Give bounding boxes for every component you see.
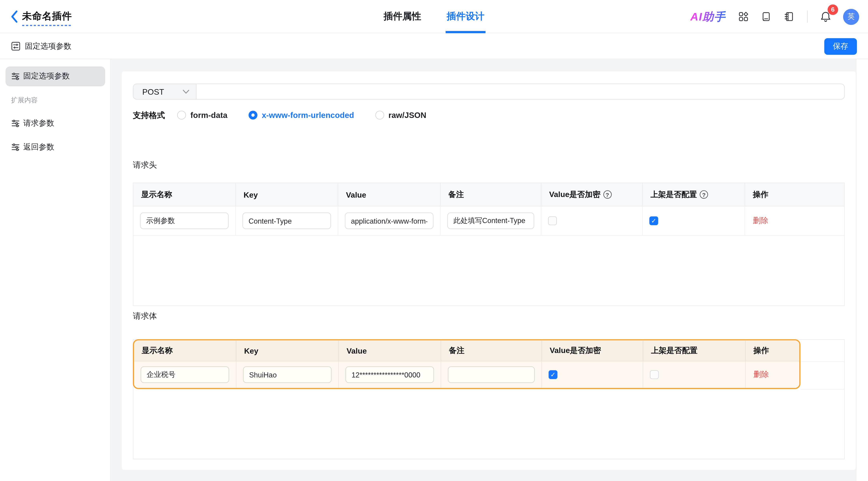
key-input[interactable]: [243, 366, 332, 383]
col-display-name: 显示名称: [142, 346, 173, 356]
method-select[interactable]: POST: [133, 84, 196, 100]
chevron-down-icon: [183, 89, 189, 94]
scrollbar-track[interactable]: [856, 59, 868, 481]
tab-plugin-properties[interactable]: 插件属性: [382, 0, 422, 33]
remark-input[interactable]: [447, 213, 534, 229]
request-headers-table: 显示名称 Key Value 备注 Value是否加密? 上架是否配置? 操作 …: [133, 183, 845, 306]
request-headers-title: 请求头: [133, 160, 157, 170]
table-header-row: 显示名称 Key Value 备注 Value是否加密? 上架是否配置? 操作: [133, 183, 844, 206]
display-name-input[interactable]: [140, 213, 229, 229]
radio-raw-json[interactable]: [375, 110, 384, 120]
col-key: Key: [244, 190, 258, 199]
col-actions: 操作: [753, 190, 768, 200]
col-key: Key: [244, 346, 258, 355]
content-card: POST 支持格式 form-data x-www-form-urlencode…: [122, 71, 856, 470]
shelf-config-checkbox[interactable]: [650, 370, 659, 379]
sidebar: 固定选项参数 扩展内容 请求参数: [0, 59, 111, 481]
value-encrypted-checkbox[interactable]: ✓: [549, 370, 557, 379]
sidebar-item-fixed-params[interactable]: 固定选项参数: [5, 66, 105, 86]
col-value-encrypted: Value是否加密: [549, 190, 600, 200]
top-header: 未命名插件 插件属性 插件设计 AI助手: [0, 0, 868, 33]
sidebar-item-label: 固定选项参数: [23, 71, 70, 82]
apps-grid-icon[interactable]: [738, 12, 748, 22]
avatar[interactable]: 英: [843, 8, 859, 25]
help-icon[interactable]: ?: [700, 190, 708, 199]
method-value: POST: [133, 87, 183, 96]
sidebar-section-label: 扩展内容: [11, 96, 38, 105]
sub-header-title: 固定选项参数: [25, 41, 71, 51]
format-row: 支持格式 form-data x-www-form-urlencoded raw…: [133, 110, 426, 120]
table-row: ✓ 删除: [133, 206, 844, 236]
key-input[interactable]: [243, 213, 331, 229]
delete-link[interactable]: 删除: [753, 370, 769, 380]
sub-header: 固定选项参数 保存: [0, 33, 868, 59]
sidebar-item-request-params[interactable]: 请求参数: [5, 114, 105, 133]
table-header-row: 显示名称 Key Value 备注 Value是否加密 上架是否配置 操作: [134, 341, 799, 361]
value-encrypted-checkbox[interactable]: [548, 216, 557, 225]
row-border-continuation: [801, 389, 844, 390]
format-label: 支持格式: [133, 110, 165, 120]
col-remark: 备注: [449, 346, 465, 356]
header-border-continuation: [801, 361, 844, 362]
radio-x-www-form-urlencoded[interactable]: [249, 110, 257, 120]
radio-label-x-www-form-urlencoded[interactable]: x-www-form-urlencoded: [262, 110, 354, 120]
col-shelf-config: 上架是否配置: [650, 190, 697, 200]
notification-bell[interactable]: 6: [820, 11, 832, 23]
highlighted-region: 显示名称 Key Value 备注 Value是否加密 上架是否配置 操作 ✓ …: [133, 339, 800, 389]
sliders-icon: [11, 143, 20, 152]
url-input[interactable]: [196, 84, 845, 100]
table-row: ✓ 删除: [134, 361, 799, 388]
fixed-params-icon: [11, 41, 21, 51]
remark-input[interactable]: [448, 366, 535, 383]
col-display-name: 显示名称: [141, 190, 172, 200]
tab-plugin-design[interactable]: 插件设计: [446, 0, 486, 33]
sidebar-item-label: 返回参数: [23, 142, 54, 152]
radio-label-form-data[interactable]: form-data: [190, 110, 227, 120]
shelf-config-checkbox[interactable]: ✓: [649, 216, 658, 225]
sidebar-item-label: 请求参数: [23, 119, 54, 129]
col-value-encrypted: Value是否加密: [550, 346, 601, 356]
sliders-icon: [11, 72, 20, 81]
col-actions: 操作: [753, 346, 769, 356]
sliders-icon: [11, 119, 20, 128]
delete-link[interactable]: 删除: [753, 216, 768, 226]
col-value: Value: [346, 190, 366, 199]
notebook-icon[interactable]: [784, 12, 794, 22]
display-name-input[interactable]: [141, 366, 229, 383]
radio-form-data[interactable]: [177, 110, 186, 120]
col-value: Value: [347, 346, 367, 355]
radio-label-raw-json[interactable]: raw/JSON: [389, 110, 426, 120]
save-button[interactable]: 保存: [824, 38, 857, 55]
col-remark: 备注: [448, 190, 464, 200]
ai-assistant-logo[interactable]: AI助手: [690, 9, 726, 24]
col-shelf-config: 上架是否配置: [651, 346, 698, 356]
value-input[interactable]: [345, 213, 433, 229]
value-input[interactable]: [345, 366, 434, 383]
notification-badge: 6: [828, 4, 838, 14]
help-icon[interactable]: ?: [603, 190, 612, 199]
header-actions: AI助手: [690, 0, 859, 33]
sidebar-item-response-params[interactable]: 返回参数: [5, 137, 105, 157]
header-divider: [807, 10, 808, 23]
docs-book-icon[interactable]: [761, 12, 771, 22]
request-body-table: 显示名称 Key Value 备注 Value是否加密 上架是否配置 操作 ✓ …: [133, 339, 845, 459]
request-body-title: 请求体: [133, 311, 157, 321]
